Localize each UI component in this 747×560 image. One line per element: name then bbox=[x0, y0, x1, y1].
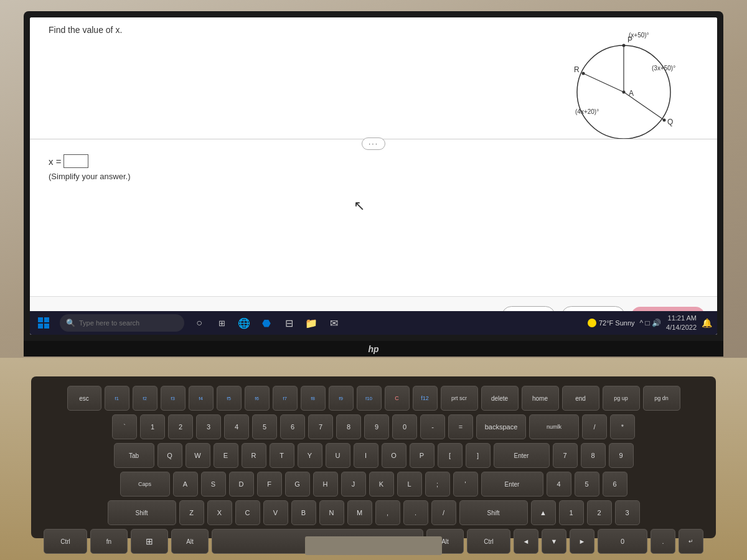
key-i[interactable]: I bbox=[354, 443, 378, 468]
key-f5[interactable]: f5 bbox=[217, 386, 242, 411]
key-caps[interactable]: Caps bbox=[120, 472, 170, 497]
key-pgdn[interactable]: pg dn bbox=[643, 386, 680, 411]
key-minus[interactable]: - bbox=[420, 414, 445, 439]
taskbar-search-input[interactable] bbox=[79, 319, 166, 327]
key-end[interactable]: end bbox=[562, 386, 599, 411]
key-y[interactable]: Y bbox=[298, 443, 322, 468]
key-v[interactable]: V bbox=[263, 500, 288, 525]
taskbar-view[interactable]: ⊞ bbox=[212, 313, 232, 333]
key-semicolon[interactable]: ; bbox=[425, 472, 450, 497]
key-right[interactable]: ► bbox=[570, 529, 594, 554]
key-f4[interactable]: f4 bbox=[189, 386, 214, 411]
key-home[interactable]: home bbox=[522, 386, 559, 411]
taskbar-mail[interactable]: ✉ bbox=[324, 313, 344, 333]
key-rbracket[interactable]: ] bbox=[466, 443, 491, 468]
answer-input[interactable] bbox=[63, 154, 88, 168]
taskbar-cortana[interactable]: ○ bbox=[189, 313, 209, 333]
key-tab[interactable]: Tab bbox=[114, 443, 154, 468]
key-shift-left[interactable]: Shift bbox=[108, 500, 176, 525]
key-pgup[interactable]: pg up bbox=[603, 386, 640, 411]
key-down[interactable]: ▼ bbox=[542, 529, 566, 554]
key-num8[interactable]: 8 bbox=[581, 443, 606, 468]
key-lbracket[interactable]: [ bbox=[438, 443, 463, 468]
start-button[interactable] bbox=[30, 311, 57, 335]
key-9[interactable]: 9 bbox=[364, 414, 389, 439]
key-num0[interactable]: 0 bbox=[598, 529, 647, 554]
key-f6[interactable]: f6 bbox=[245, 386, 270, 411]
key-num3[interactable]: 3 bbox=[615, 500, 640, 525]
key-num1[interactable]: 1 bbox=[559, 500, 584, 525]
key-num5[interactable]: 5 bbox=[575, 472, 599, 497]
key-t[interactable]: T bbox=[270, 443, 294, 468]
key-h[interactable]: H bbox=[313, 472, 338, 497]
key-windows[interactable]: ⊞ bbox=[131, 529, 168, 554]
key-num9[interactable]: 9 bbox=[609, 443, 634, 468]
key-ctrl-right[interactable]: Ctrl bbox=[467, 529, 510, 554]
key-c[interactable]: C bbox=[235, 500, 260, 525]
taskbar-chrome[interactable]: 🌐 bbox=[234, 313, 254, 333]
key-l[interactable]: L bbox=[397, 472, 422, 497]
key-5[interactable]: 5 bbox=[252, 414, 277, 439]
taskbar-apps2[interactable]: ⊟ bbox=[279, 313, 299, 333]
key-num2[interactable]: 2 bbox=[587, 500, 612, 525]
key-backspace[interactable]: backspace bbox=[476, 414, 526, 439]
key-j[interactable]: J bbox=[341, 472, 366, 497]
key-ctrl-left[interactable]: Ctrl bbox=[44, 529, 87, 554]
key-q[interactable]: Q bbox=[157, 443, 182, 468]
key-f[interactable]: F bbox=[257, 472, 282, 497]
key-x[interactable]: X bbox=[207, 500, 232, 525]
key-p[interactable]: P bbox=[410, 443, 435, 468]
key-o[interactable]: O bbox=[382, 443, 406, 468]
key-num4[interactable]: 4 bbox=[547, 472, 571, 497]
key-alt-left[interactable]: Alt bbox=[171, 529, 209, 554]
key-4[interactable]: 4 bbox=[224, 414, 249, 439]
key-f8[interactable]: f8 bbox=[301, 386, 326, 411]
key-7[interactable]: 7 bbox=[308, 414, 333, 439]
key-6[interactable]: 6 bbox=[280, 414, 305, 439]
key-f7[interactable]: f7 bbox=[273, 386, 298, 411]
key-w[interactable]: W bbox=[186, 443, 210, 468]
key-1[interactable]: 1 bbox=[140, 414, 165, 439]
key-fn[interactable]: fn bbox=[90, 529, 128, 554]
key-numlock[interactable]: numlk bbox=[529, 414, 579, 439]
key-z[interactable]: Z bbox=[179, 500, 204, 525]
key-numstar[interactable]: * bbox=[610, 414, 635, 439]
key-n[interactable]: N bbox=[319, 500, 344, 525]
key-num6[interactable]: 6 bbox=[603, 472, 627, 497]
taskbar-search-bar[interactable]: 🔍 bbox=[60, 314, 184, 332]
key-f2[interactable]: f2 bbox=[133, 386, 157, 411]
key-r[interactable]: R bbox=[242, 443, 266, 468]
key-b[interactable]: B bbox=[291, 500, 316, 525]
key-enter2[interactable]: Enter bbox=[481, 472, 543, 497]
key-e[interactable]: E bbox=[214, 443, 238, 468]
key-f9[interactable]: f9 bbox=[329, 386, 354, 411]
taskbar-files[interactable]: 📁 bbox=[301, 313, 321, 333]
more-options-dots[interactable]: ··· bbox=[362, 138, 385, 150]
taskbar-edge[interactable]: ⬣ bbox=[256, 313, 276, 333]
key-f3[interactable]: f3 bbox=[161, 386, 186, 411]
key-k[interactable]: K bbox=[369, 472, 394, 497]
notification-icon[interactable]: 🔔 bbox=[702, 318, 712, 328]
key-left[interactable]: ◄ bbox=[514, 529, 538, 554]
key-d[interactable]: D bbox=[229, 472, 254, 497]
key-f1[interactable]: f1 bbox=[105, 386, 129, 411]
key-m[interactable]: M bbox=[347, 500, 372, 525]
key-a[interactable]: A bbox=[173, 472, 198, 497]
key-esc[interactable]: esc bbox=[67, 386, 101, 411]
key-g[interactable]: G bbox=[285, 472, 310, 497]
key-shift-right[interactable]: Shift bbox=[459, 500, 528, 525]
datetime-display[interactable]: 11:21 AM 4/14/2022 bbox=[666, 314, 697, 333]
key-8[interactable]: 8 bbox=[336, 414, 361, 439]
key-equals[interactable]: = bbox=[448, 414, 473, 439]
key-period[interactable]: . bbox=[403, 500, 428, 525]
trackpad[interactable] bbox=[305, 536, 442, 555]
key-up[interactable]: ▲ bbox=[531, 500, 556, 525]
key-f12[interactable]: f12 bbox=[413, 386, 438, 411]
key-enter[interactable]: Enter bbox=[494, 443, 550, 468]
key-slash[interactable]: / bbox=[431, 500, 456, 525]
key-comma[interactable]: , bbox=[375, 500, 400, 525]
key-f11[interactable]: C bbox=[385, 386, 410, 411]
key-3[interactable]: 3 bbox=[196, 414, 221, 439]
key-numdot[interactable]: . bbox=[651, 529, 675, 554]
key-prtscr[interactable]: prt scr bbox=[441, 386, 478, 411]
